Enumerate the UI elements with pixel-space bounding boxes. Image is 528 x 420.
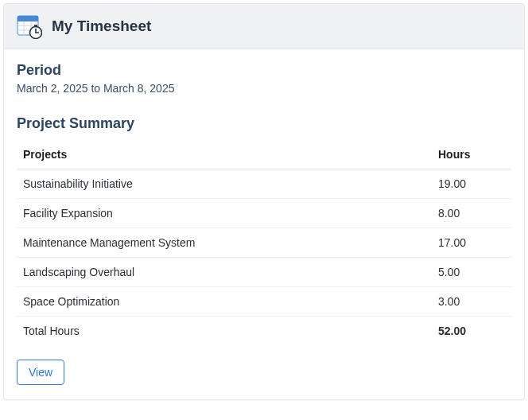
svg-rect-1 (17, 16, 38, 21)
card-title: My Timesheet (52, 18, 151, 35)
period-date-range: March 2, 2025 to March 8, 2025 (17, 82, 511, 95)
table-row: Maintenance Management System 17.00 (17, 228, 511, 258)
table-row: Landscaping Overhaul 5.00 (17, 258, 511, 287)
card-body: Period March 2, 2025 to March 8, 2025 Pr… (4, 49, 524, 399)
hours-column-header: Hours (432, 140, 511, 169)
table-row: Facility Expansion 8.00 (17, 199, 511, 228)
project-hours: 17.00 (432, 228, 511, 258)
card-header: My Timesheet (4, 4, 524, 49)
view-button[interactable]: View (17, 360, 64, 385)
timesheet-card: My Timesheet Period March 2, 2025 to Mar… (3, 3, 525, 400)
project-summary-table: Projects Hours Sustainability Initiative… (17, 140, 511, 345)
project-hours: 19.00 (432, 169, 511, 199)
table-row: Space Optimization 3.00 (17, 287, 511, 317)
project-name: Landscaping Overhaul (17, 258, 432, 287)
table-total-row: Total Hours 52.00 (17, 317, 511, 346)
project-hours: 8.00 (432, 199, 511, 228)
total-hours-value: 52.00 (432, 317, 511, 346)
table-header-row: Projects Hours (17, 140, 511, 169)
total-hours-label: Total Hours (17, 317, 432, 346)
project-name: Facility Expansion (17, 199, 432, 228)
projects-column-header: Projects (17, 140, 432, 169)
project-summary-title: Project Summary (17, 115, 511, 132)
project-name: Space Optimization (17, 287, 432, 317)
period-label: Period (17, 62, 511, 79)
project-name: Sustainability Initiative (17, 169, 432, 199)
table-row: Sustainability Initiative 19.00 (17, 169, 511, 199)
svg-rect-7 (34, 25, 37, 26)
project-name: Maintenance Management System (17, 228, 432, 258)
project-hours: 3.00 (432, 287, 511, 317)
project-hours: 5.00 (432, 258, 511, 287)
timesheet-calendar-stopwatch-icon (17, 14, 42, 39)
